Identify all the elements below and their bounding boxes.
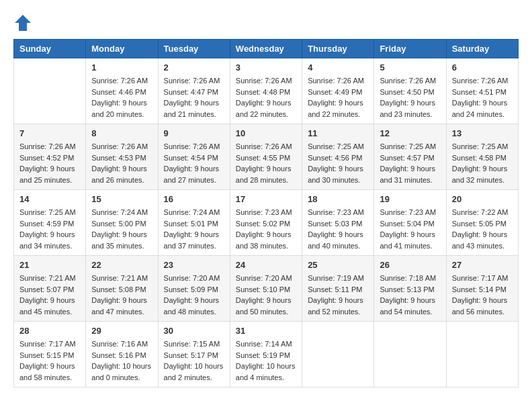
day-info: Sunrise: 7:25 AM Sunset: 4:59 PM Dayligh… <box>19 207 80 251</box>
day-number: 27 <box>452 260 513 270</box>
calendar-cell: 29Sunrise: 7:16 AM Sunset: 5:16 PM Dayli… <box>86 322 158 387</box>
calendar-week-row: 21Sunrise: 7:21 AM Sunset: 5:07 PM Dayli… <box>14 256 519 322</box>
day-info: Sunrise: 7:20 AM Sunset: 5:10 PM Dayligh… <box>236 273 296 317</box>
day-number: 1 <box>91 62 152 73</box>
calendar-cell: 31Sunrise: 7:14 AM Sunset: 5:19 PM Dayli… <box>230 322 302 387</box>
day-number: 19 <box>380 194 440 204</box>
weekday-header-friday: Friday <box>374 40 446 58</box>
day-info: Sunrise: 7:23 AM Sunset: 5:03 PM Dayligh… <box>308 207 368 251</box>
day-number: 28 <box>19 326 80 336</box>
day-info: Sunrise: 7:21 AM Sunset: 5:08 PM Dayligh… <box>91 273 152 317</box>
calendar-cell: 11Sunrise: 7:25 AM Sunset: 4:56 PM Dayli… <box>302 124 374 190</box>
day-info: Sunrise: 7:26 AM Sunset: 4:49 PM Dayligh… <box>308 75 368 120</box>
calendar-cell: 19Sunrise: 7:23 AM Sunset: 5:04 PM Dayli… <box>374 190 446 256</box>
day-number: 15 <box>91 194 152 204</box>
calendar-cell: 24Sunrise: 7:20 AM Sunset: 5:10 PM Dayli… <box>230 256 302 322</box>
day-info: Sunrise: 7:22 AM Sunset: 5:05 PM Dayligh… <box>452 207 513 251</box>
calendar-cell <box>302 322 374 387</box>
calendar-cell: 3Sunrise: 7:26 AM Sunset: 4:48 PM Daylig… <box>230 58 302 124</box>
day-number: 30 <box>164 326 224 336</box>
day-info: Sunrise: 7:17 AM Sunset: 5:14 PM Dayligh… <box>452 273 513 317</box>
calendar-cell: 6Sunrise: 7:26 AM Sunset: 4:51 PM Daylig… <box>446 58 518 124</box>
day-number: 20 <box>452 194 513 204</box>
calendar-week-row: 14Sunrise: 7:25 AM Sunset: 4:59 PM Dayli… <box>14 190 519 256</box>
day-info: Sunrise: 7:26 AM Sunset: 4:48 PM Dayligh… <box>236 75 296 120</box>
calendar-week-row: 7Sunrise: 7:26 AM Sunset: 4:52 PM Daylig… <box>14 124 519 190</box>
day-number: 4 <box>308 62 368 73</box>
calendar-cell: 2Sunrise: 7:26 AM Sunset: 4:47 PM Daylig… <box>158 58 230 124</box>
day-number: 29 <box>91 326 152 336</box>
day-number: 2 <box>164 62 224 73</box>
day-number: 7 <box>19 128 80 138</box>
svg-marker-0 <box>15 15 31 31</box>
day-number: 6 <box>452 62 513 73</box>
day-info: Sunrise: 7:25 AM Sunset: 4:57 PM Dayligh… <box>380 141 440 185</box>
calendar-cell: 27Sunrise: 7:17 AM Sunset: 5:14 PM Dayli… <box>446 256 518 322</box>
calendar-week-row: 28Sunrise: 7:17 AM Sunset: 5:15 PM Dayli… <box>14 322 519 387</box>
calendar-cell <box>374 322 446 387</box>
weekday-header-row: SundayMondayTuesdayWednesdayThursdayFrid… <box>14 40 519 58</box>
day-info: Sunrise: 7:14 AM Sunset: 5:19 PM Dayligh… <box>236 338 296 383</box>
day-info: Sunrise: 7:26 AM Sunset: 4:46 PM Dayligh… <box>91 75 152 120</box>
day-info: Sunrise: 7:26 AM Sunset: 4:55 PM Dayligh… <box>236 141 296 185</box>
weekday-header-thursday: Thursday <box>302 40 374 58</box>
day-number: 11 <box>308 128 368 138</box>
weekday-header-wednesday: Wednesday <box>230 40 302 58</box>
calendar-cell <box>446 322 518 387</box>
day-number: 26 <box>380 260 440 270</box>
day-number: 17 <box>236 194 296 204</box>
day-number: 8 <box>91 128 152 138</box>
calendar-cell: 4Sunrise: 7:26 AM Sunset: 4:49 PM Daylig… <box>302 58 374 124</box>
day-info: Sunrise: 7:17 AM Sunset: 5:15 PM Dayligh… <box>19 338 80 383</box>
day-number: 31 <box>236 326 296 336</box>
weekday-header-tuesday: Tuesday <box>158 40 230 58</box>
day-info: Sunrise: 7:15 AM Sunset: 5:17 PM Dayligh… <box>164 338 224 383</box>
day-info: Sunrise: 7:25 AM Sunset: 4:58 PM Dayligh… <box>452 141 513 185</box>
calendar-cell: 8Sunrise: 7:26 AM Sunset: 4:53 PM Daylig… <box>86 124 158 190</box>
day-info: Sunrise: 7:16 AM Sunset: 5:16 PM Dayligh… <box>91 338 152 383</box>
calendar-cell: 10Sunrise: 7:26 AM Sunset: 4:55 PM Dayli… <box>230 124 302 190</box>
calendar-cell: 22Sunrise: 7:21 AM Sunset: 5:08 PM Dayli… <box>86 256 158 322</box>
calendar-cell: 23Sunrise: 7:20 AM Sunset: 5:09 PM Dayli… <box>158 256 230 322</box>
calendar-cell: 15Sunrise: 7:24 AM Sunset: 5:00 PM Dayli… <box>86 190 158 256</box>
day-info: Sunrise: 7:26 AM Sunset: 4:50 PM Dayligh… <box>380 75 440 120</box>
day-number: 21 <box>19 260 80 270</box>
day-number: 10 <box>236 128 296 138</box>
day-number: 14 <box>19 194 80 204</box>
calendar-cell <box>14 58 86 124</box>
day-number: 24 <box>236 260 296 270</box>
calendar-table: SundayMondayTuesdayWednesdayThursdayFrid… <box>13 39 519 387</box>
day-number: 9 <box>164 128 224 138</box>
calendar-week-row: 1Sunrise: 7:26 AM Sunset: 4:46 PM Daylig… <box>14 58 519 124</box>
calendar-cell: 7Sunrise: 7:26 AM Sunset: 4:52 PM Daylig… <box>14 124 86 190</box>
day-number: 3 <box>236 62 296 73</box>
calendar-cell: 5Sunrise: 7:26 AM Sunset: 4:50 PM Daylig… <box>374 58 446 124</box>
day-number: 23 <box>164 260 224 270</box>
day-number: 22 <box>91 260 152 270</box>
calendar-cell: 12Sunrise: 7:25 AM Sunset: 4:57 PM Dayli… <box>374 124 446 190</box>
calendar-cell: 14Sunrise: 7:25 AM Sunset: 4:59 PM Dayli… <box>14 190 86 256</box>
day-number: 18 <box>308 194 368 204</box>
calendar-cell: 1Sunrise: 7:26 AM Sunset: 4:46 PM Daylig… <box>86 58 158 124</box>
day-info: Sunrise: 7:26 AM Sunset: 4:53 PM Dayligh… <box>91 141 152 185</box>
calendar-cell: 25Sunrise: 7:19 AM Sunset: 5:11 PM Dayli… <box>302 256 374 322</box>
page-header <box>13 13 519 32</box>
day-info: Sunrise: 7:20 AM Sunset: 5:09 PM Dayligh… <box>164 273 224 317</box>
day-info: Sunrise: 7:24 AM Sunset: 5:01 PM Dayligh… <box>164 207 224 251</box>
calendar-cell: 16Sunrise: 7:24 AM Sunset: 5:01 PM Dayli… <box>158 190 230 256</box>
day-info: Sunrise: 7:25 AM Sunset: 4:56 PM Dayligh… <box>308 141 368 185</box>
calendar-cell: 26Sunrise: 7:18 AM Sunset: 5:13 PM Dayli… <box>374 256 446 322</box>
day-number: 13 <box>452 128 513 138</box>
calendar-cell: 21Sunrise: 7:21 AM Sunset: 5:07 PM Dayli… <box>14 256 86 322</box>
weekday-header-saturday: Saturday <box>446 40 518 58</box>
day-info: Sunrise: 7:26 AM Sunset: 4:51 PM Dayligh… <box>452 75 513 120</box>
calendar-cell: 18Sunrise: 7:23 AM Sunset: 5:03 PM Dayli… <box>302 190 374 256</box>
calendar-cell: 13Sunrise: 7:25 AM Sunset: 4:58 PM Dayli… <box>446 124 518 190</box>
day-info: Sunrise: 7:23 AM Sunset: 5:02 PM Dayligh… <box>236 207 296 251</box>
day-info: Sunrise: 7:24 AM Sunset: 5:00 PM Dayligh… <box>91 207 152 251</box>
calendar-cell: 17Sunrise: 7:23 AM Sunset: 5:02 PM Dayli… <box>230 190 302 256</box>
day-info: Sunrise: 7:18 AM Sunset: 5:13 PM Dayligh… <box>380 273 440 317</box>
day-info: Sunrise: 7:26 AM Sunset: 4:52 PM Dayligh… <box>19 141 80 185</box>
logo-icon <box>13 13 32 32</box>
calendar-cell: 9Sunrise: 7:26 AM Sunset: 4:54 PM Daylig… <box>158 124 230 190</box>
